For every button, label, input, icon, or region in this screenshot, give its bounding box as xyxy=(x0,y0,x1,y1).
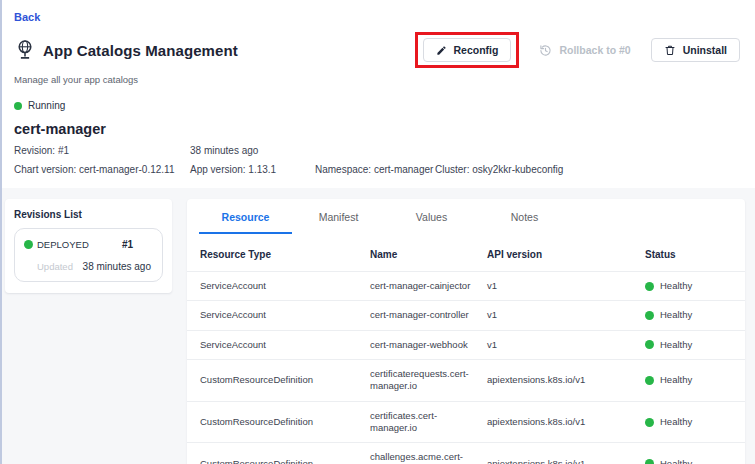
reconfig-button[interactable]: Reconfig xyxy=(423,38,512,62)
cell-status: Healthy xyxy=(645,301,745,330)
revision-value: Revision: #1 xyxy=(14,145,190,156)
cell-type: ServiceAccount xyxy=(187,301,370,330)
healthy-status-dot xyxy=(645,311,654,320)
cell-type: CustomResourceDefinition xyxy=(187,360,370,402)
healthy-status-label: Healthy xyxy=(660,458,692,464)
column-header: Resource Type xyxy=(187,240,370,272)
column-header: Status xyxy=(645,240,745,272)
app-version-value: App version: 1.13.1 xyxy=(190,164,315,175)
tab-resource[interactable]: Resource xyxy=(199,211,292,234)
cell-api-version: v1 xyxy=(487,272,645,301)
cell-name: cert-manager-cainjector xyxy=(370,272,487,301)
table-row: CustomResourceDefinitioncertificates.cer… xyxy=(187,401,745,443)
table-row: ServiceAccountcert-manager-cainjectorv1H… xyxy=(187,272,745,301)
cell-status: Healthy xyxy=(645,443,745,464)
healthy-status-dot xyxy=(645,282,654,291)
page-title: App Catalogs Management xyxy=(43,42,238,59)
cell-status: Healthy xyxy=(645,360,745,402)
rollback-button[interactable]: Rollback to #0 xyxy=(527,38,642,62)
cell-type: ServiceAccount xyxy=(187,272,370,301)
healthy-status-dot xyxy=(645,418,654,427)
healthy-status-dot xyxy=(645,376,654,385)
healthy-status-label: Healthy xyxy=(660,416,692,428)
annotation-highlight-box: Reconfig xyxy=(415,32,520,68)
cell-status: Healthy xyxy=(645,330,745,359)
meta-row-1: Revision: #1 38 minutes ago xyxy=(14,145,740,156)
cell-api-version: v1 xyxy=(487,330,645,359)
cell-type: ServiceAccount xyxy=(187,330,370,359)
namespace-value: Namespace: cert-manager xyxy=(315,164,435,175)
deployed-status-dot xyxy=(24,240,33,249)
cell-api-version: apiextensions.k8s.io/v1 xyxy=(487,360,645,402)
revision-updated-label: Updated xyxy=(24,261,73,272)
page-subtitle: Manage all your app catalogs xyxy=(14,74,740,85)
app-name: cert-manager xyxy=(14,121,740,137)
cell-status: Healthy xyxy=(645,272,745,301)
table-row: ServiceAccountcert-manager-webhookv1Heal… xyxy=(187,330,745,359)
table-row: ServiceAccountcert-manager-controllerv1H… xyxy=(187,301,745,330)
tab-notes[interactable]: Notes xyxy=(478,211,571,234)
app-status: Running xyxy=(14,100,740,111)
cell-type: CustomResourceDefinition xyxy=(187,443,370,464)
rollback-label: Rollback to #0 xyxy=(559,44,630,56)
trash-icon xyxy=(664,44,676,56)
updated-value: 38 minutes ago xyxy=(190,145,258,156)
healthy-status-dot xyxy=(645,459,654,464)
title-row: App Catalogs Management Reconfig xyxy=(14,32,740,68)
healthy-status-label: Healthy xyxy=(660,309,692,321)
back-link[interactable]: Back xyxy=(14,11,40,23)
toolbar: Reconfig Rollback to #0 xyxy=(415,32,740,68)
status-dot xyxy=(14,102,22,110)
cell-name: challenges.acme.cert-manager.io xyxy=(370,443,487,464)
content-area: Revisions List DEPLOYED #1 Updated 38 mi… xyxy=(0,188,755,464)
cell-name: certificaterequests.cert-manager.io xyxy=(370,360,487,402)
status-label: Running xyxy=(28,100,65,111)
uninstall-button[interactable]: Uninstall xyxy=(651,38,740,62)
cell-type: CustomResourceDefinition xyxy=(187,401,370,443)
resource-table: Resource TypeNameAPI versionStatus Servi… xyxy=(187,240,745,464)
uninstall-label: Uninstall xyxy=(683,44,727,56)
cell-name: cert-manager-webhook xyxy=(370,330,487,359)
cell-api-version: apiextensions.k8s.io/v1 xyxy=(487,443,645,464)
revision-card[interactable]: DEPLOYED #1 Updated 38 minutes ago xyxy=(14,228,163,282)
history-icon xyxy=(539,44,552,57)
table-row: CustomResourceDefinitionchallenges.acme.… xyxy=(187,443,745,464)
pencil-icon xyxy=(436,45,447,56)
meta-row-2: Chart version: cert-manager-0.12.11 App … xyxy=(14,164,740,175)
tab-manifest[interactable]: Manifest xyxy=(292,211,385,234)
header: Back App Catalogs Management xyxy=(0,0,755,188)
cell-name: cert-manager-controller xyxy=(370,301,487,330)
cell-name: certificates.cert-manager.io xyxy=(370,401,487,443)
column-header: Name xyxy=(370,240,487,272)
table-row: CustomResourceDefinitioncertificatereque… xyxy=(187,360,745,402)
healthy-status-label: Healthy xyxy=(660,280,692,292)
chart-version-value: Chart version: cert-manager-0.12.11 xyxy=(14,164,190,175)
table-header-row: Resource TypeNameAPI versionStatus xyxy=(187,240,745,272)
healthy-status-dot xyxy=(645,340,654,349)
globe-stand-icon xyxy=(14,39,36,61)
window-left-border xyxy=(0,0,2,464)
cluster-value: Cluster: osky2kkr-kubeconfig xyxy=(435,164,563,175)
revision-number: #1 xyxy=(122,239,151,250)
tab-bar: ResourceManifestValuesNotes xyxy=(187,211,745,234)
cell-api-version: v1 xyxy=(487,301,645,330)
column-header: API version xyxy=(487,240,645,272)
reconfig-label: Reconfig xyxy=(454,44,499,56)
cell-status: Healthy xyxy=(645,401,745,443)
healthy-status-label: Healthy xyxy=(660,339,692,351)
deployed-status-label: DEPLOYED xyxy=(37,239,89,250)
revisions-panel-title: Revisions List xyxy=(14,209,163,220)
detail-panel: ResourceManifestValuesNotes Resource Typ… xyxy=(187,199,745,464)
cell-api-version: apiextensions.k8s.io/v1 xyxy=(487,401,645,443)
revision-updated-value: 38 minutes ago xyxy=(83,261,151,272)
revisions-panel: Revisions List DEPLOYED #1 Updated 38 mi… xyxy=(5,199,172,293)
tab-values[interactable]: Values xyxy=(385,211,478,234)
healthy-status-label: Healthy xyxy=(660,374,692,386)
